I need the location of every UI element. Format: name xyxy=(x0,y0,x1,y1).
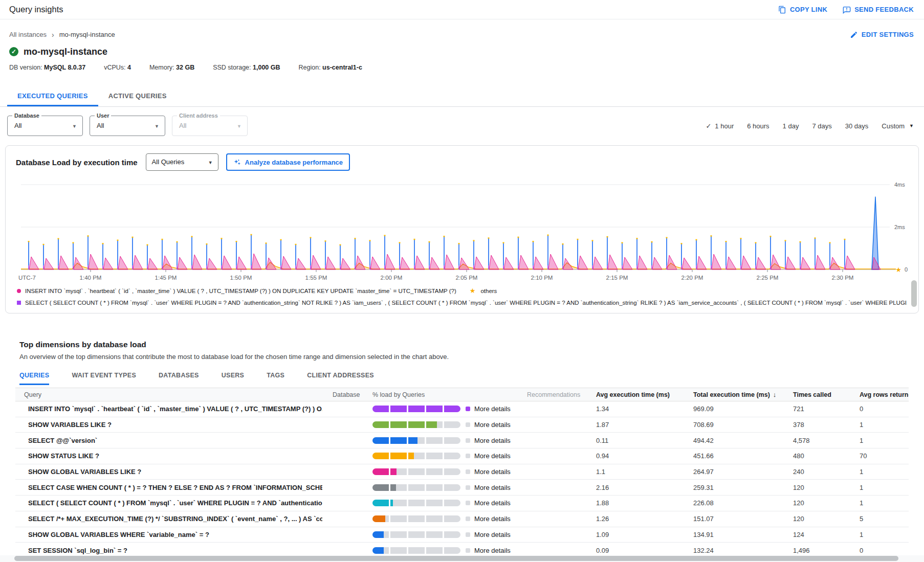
dim-tab-databases[interactable]: DATABASES xyxy=(159,372,199,385)
table-row[interactable]: SELECT /*+ MAX_EXECUTION_TIME (?) */ `SU… xyxy=(15,511,909,527)
query-text: SELECT /*+ MAX_EXECUTION_TIME (?) */ `SU… xyxy=(15,515,322,523)
time-range-30-days[interactable]: 30 days xyxy=(845,122,869,130)
load-bar-segment xyxy=(426,468,443,475)
avg-execution-time: 1.87 xyxy=(586,421,683,429)
database-select[interactable]: DatabaseAll▼ xyxy=(7,116,83,136)
table-row[interactable]: SHOW GLOBAL VARIABLES WHERE `variable_na… xyxy=(15,527,909,543)
time-range-1-hour[interactable]: ✓1 hour xyxy=(706,122,734,130)
table-body: INSERT INTO `mysql` . `heartbeat` ( `id`… xyxy=(15,401,909,558)
more-details-link[interactable]: More details xyxy=(474,484,511,491)
col-header-database[interactable]: Database xyxy=(322,391,363,398)
more-details-link[interactable]: More details xyxy=(474,515,511,523)
action-label: COPY LINK xyxy=(790,6,827,13)
table-row[interactable]: SHOW STATUS LIKE ?More details0.94451.66… xyxy=(15,448,909,464)
table-row[interactable]: SHOW GLOBAL VARIABLES LIKE ?More details… xyxy=(15,464,909,480)
avg-rows-returned: 1 xyxy=(849,484,909,491)
breadcrumb: All instances › mo-mysql-instance EDIT S… xyxy=(9,30,914,39)
load-bar-segment xyxy=(426,484,443,491)
query-color-swatch xyxy=(466,407,470,411)
table-row[interactable]: SELECT ( SELECT COUNT ( * ) FROM `mysql`… xyxy=(15,496,909,511)
load-bar-segment xyxy=(444,547,460,554)
table-row[interactable]: SELECT CASE WHEN COUNT ( * ) = ? THEN ? … xyxy=(15,480,909,496)
sort-desc-icon[interactable]: ↓ xyxy=(773,391,777,398)
svg-text:2:10 PM: 2:10 PM xyxy=(531,275,553,281)
table-row[interactable]: SHOW VARIABLES LIKE ?More details1.87708… xyxy=(15,417,909,433)
table-row[interactable]: INSERT INTO `mysql` . `heartbeat` ( `id`… xyxy=(15,401,909,417)
col-header--load-by-queries[interactable]: % load by Queries xyxy=(363,391,517,398)
load-bar-segment xyxy=(426,500,443,506)
query-color-swatch xyxy=(466,548,470,553)
avg-execution-time: 2.16 xyxy=(586,484,683,491)
main-tabs: EXECUTED QUERIESACTIVE QUERIES xyxy=(0,86,924,107)
vertical-scrollbar-thumb[interactable] xyxy=(911,280,917,307)
col-header-avg-rows-returned[interactable]: Avg rows returned xyxy=(849,391,909,398)
avg-rows-returned: 1 xyxy=(849,468,909,476)
times-called: 4,578 xyxy=(783,437,849,444)
queries-table: QueryDatabase% load by QueriesRecommenda… xyxy=(15,388,909,558)
load-bar-segment xyxy=(372,468,389,475)
time-range-7-days[interactable]: 7 days xyxy=(812,122,831,130)
load-bar-segment xyxy=(372,453,389,459)
load-bar-segment xyxy=(372,531,389,538)
query-color-swatch xyxy=(466,501,470,505)
col-header-query[interactable]: Query xyxy=(15,391,322,398)
load-chart[interactable]: 2ms4ms1:40 PM1:45 PM1:50 PM1:55 PM2:00 P… xyxy=(6,173,918,287)
avg-rows-returned: 1 xyxy=(849,421,909,429)
chart-title: Database Load by execution time xyxy=(16,158,138,167)
load-bar-segment xyxy=(408,500,425,506)
dim-tab-queries[interactable]: QUERIES xyxy=(19,372,49,385)
chevron-down-icon: ▼ xyxy=(909,123,914,128)
time-range-6-hours[interactable]: 6 hours xyxy=(747,122,769,130)
horizontal-scrollbar-thumb[interactable] xyxy=(14,556,898,561)
more-details-cell: More details xyxy=(460,468,517,476)
total-execution-time: 708.69 xyxy=(683,421,783,429)
user-select[interactable]: UserAll▼ xyxy=(90,116,165,136)
dim-tab-wait-event-types[interactable]: WAIT EVENT TYPES xyxy=(72,372,136,385)
col-header-recommendations[interactable]: Recommendations xyxy=(517,391,586,398)
more-details-link[interactable]: More details xyxy=(474,499,511,507)
more-details-link[interactable]: More details xyxy=(474,437,511,444)
col-header-times-called[interactable]: Times called xyxy=(783,391,849,398)
more-details-link[interactable]: More details xyxy=(474,468,511,476)
table-row[interactable]: SELECT @@`version`More details0.11494.42… xyxy=(15,433,909,448)
breadcrumb-all-instances[interactable]: All instances xyxy=(9,31,47,38)
more-details-link[interactable]: More details xyxy=(474,452,511,460)
analyze-database-performance-button[interactable]: Analyze database performance xyxy=(226,153,350,171)
horizontal-scrollbar[interactable] xyxy=(0,555,924,562)
query-color-swatch xyxy=(466,422,470,427)
appbar-actions: COPY LINKSEND FEEDBACK xyxy=(778,6,914,14)
load-bar-segment xyxy=(426,531,443,538)
more-details-link[interactable]: More details xyxy=(474,547,511,554)
more-details-link[interactable]: More details xyxy=(474,405,511,413)
load-bar-segment xyxy=(426,515,443,522)
more-details-cell: More details xyxy=(460,405,517,413)
load-bar-segment xyxy=(390,547,407,554)
instance-detail: Memory: 32 GB xyxy=(149,64,194,73)
svg-text:2:05 PM: 2:05 PM xyxy=(456,275,478,281)
dim-tab-users[interactable]: USERS xyxy=(222,372,245,385)
avg-execution-time: 0.94 xyxy=(586,452,683,460)
dim-tab-tags[interactable]: TAGS xyxy=(267,372,284,385)
tab-executed-queries[interactable]: EXECUTED QUERIES xyxy=(7,86,98,106)
col-header-total-execution-time-ms-[interactable]: Total execution time (ms)↓ xyxy=(683,391,783,398)
load-bar-segment xyxy=(408,547,425,554)
copy-link-button[interactable]: COPY LINK xyxy=(778,6,827,14)
tab-active-queries[interactable]: ACTIVE QUERIES xyxy=(98,86,177,106)
svg-text:1:50 PM: 1:50 PM xyxy=(230,275,252,281)
chart-query-filter-select[interactable]: All Queries ▼ xyxy=(146,153,218,171)
more-details-link[interactable]: More details xyxy=(474,421,511,429)
times-called: 480 xyxy=(783,452,849,460)
time-range-custom[interactable]: Custom▼ xyxy=(882,122,914,130)
dim-tab-client-addresses[interactable]: CLIENT ADDRESSES xyxy=(307,372,374,385)
more-details-cell: More details xyxy=(460,452,517,460)
send-feedback-button[interactable]: SEND FEEDBACK xyxy=(843,6,914,14)
time-range-1-day[interactable]: 1 day xyxy=(783,122,799,130)
chevron-down-icon: ▼ xyxy=(155,124,159,129)
edit-settings-button[interactable]: EDIT SETTINGS xyxy=(850,31,914,39)
top-dimensions-title: Top dimensions by database load xyxy=(19,340,924,349)
col-header-avg-execution-time-ms-[interactable]: Avg execution time (ms) xyxy=(586,391,683,398)
more-details-cell: More details xyxy=(460,437,517,444)
more-details-link[interactable]: More details xyxy=(474,531,511,538)
svg-text:2ms: 2ms xyxy=(894,224,905,230)
load-bar xyxy=(363,421,460,428)
